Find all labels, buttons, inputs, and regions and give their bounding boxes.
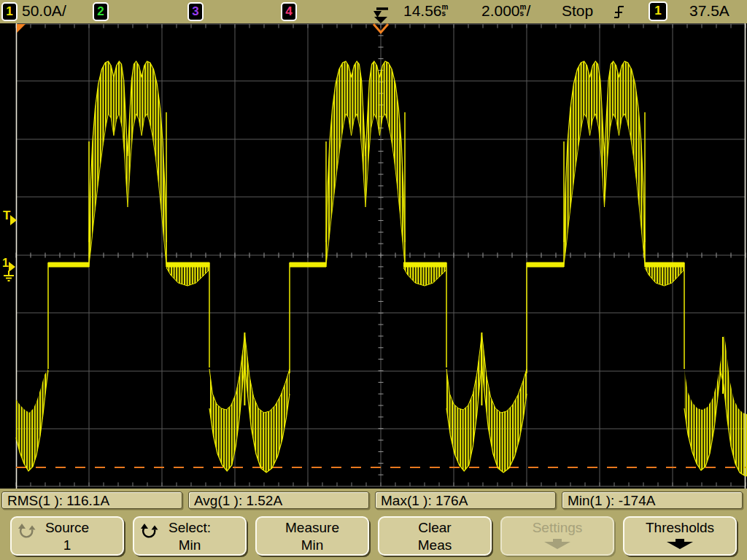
waveform-display: T 1 <box>0 23 747 489</box>
entry-knob-icon <box>141 524 158 538</box>
softkey-value: Min <box>134 537 245 554</box>
menu-down-arrow-icon <box>666 539 694 550</box>
trigger-source-badge: 1 <box>649 1 667 21</box>
softkey-value: Min <box>257 537 368 554</box>
softkey-label: Settings <box>502 519 613 537</box>
softkey-measure[interactable]: Measure Min <box>255 516 369 556</box>
delay-value: 14.56 <box>403 2 442 19</box>
trigger-slope-rising-icon <box>613 4 629 20</box>
softkey-value: Meas <box>379 537 490 554</box>
ground-symbol-icon <box>2 271 15 282</box>
channel-1-scale: 50.0A/ <box>22 2 66 20</box>
status-bar: 1 50.0A/ 2 3 4 14.56ms 2.000ms/ Stop 1 3… <box>0 0 747 23</box>
channel-4-badge: 4 <box>281 2 297 21</box>
measurement-rms: RMS(1 ): 116.1A <box>1 491 182 509</box>
scope-graticule <box>0 23 747 489</box>
measurement-avg: Avg(1 ): 1.52A <box>188 491 369 509</box>
softkey-value: 1 <box>12 537 123 554</box>
ch1-ground-marker[interactable]: 1 <box>2 257 9 270</box>
channel-3-badge: 3 <box>187 2 204 21</box>
channel-1-badge: 1 <box>1 2 18 21</box>
softkey-source[interactable]: Source 1 <box>10 516 124 556</box>
softkey-label: Measure <box>257 519 368 537</box>
trigger-level-readout: 37.5A <box>689 2 729 20</box>
trigger-marker-arrow-icon <box>10 215 17 225</box>
trigger-position-notch-icon <box>374 17 387 23</box>
timebase-readout: 2.000ms/ <box>481 2 530 20</box>
softkey-select[interactable]: Select: Min <box>133 516 247 556</box>
softkey-thresholds[interactable]: Thresholds <box>623 516 737 556</box>
oscilloscope-screen: 1 50.0A/ 2 3 4 14.56ms 2.000ms/ Stop 1 3… <box>0 0 747 560</box>
softkey-clear-meas[interactable]: Clear Meas <box>378 516 492 556</box>
ground-marker-label: 1 <box>2 257 9 269</box>
measurement-min: Min(1 ): -174A <box>562 491 743 509</box>
delay-readout: 14.56ms <box>403 2 448 20</box>
softkey-panel: RMS(1 ): 116.1A Avg(1 ): 1.52A Max(1 ): … <box>0 489 747 560</box>
channel-2-badge: 2 <box>93 2 109 21</box>
trigger-marker-label: T <box>3 209 10 222</box>
menu-down-arrow-icon <box>543 539 571 550</box>
entry-knob-icon <box>18 524 36 538</box>
softkey-label: Clear <box>379 519 490 537</box>
trigger-level-marker[interactable]: T <box>3 209 10 223</box>
acquisition-status: Stop <box>562 2 593 20</box>
softkey-label: Thresholds <box>624 519 735 537</box>
timebase-value: 2.000 <box>481 2 520 19</box>
softkey-settings: Settings <box>500 516 614 556</box>
measurement-max: Max(1 ): 176A <box>375 491 556 509</box>
